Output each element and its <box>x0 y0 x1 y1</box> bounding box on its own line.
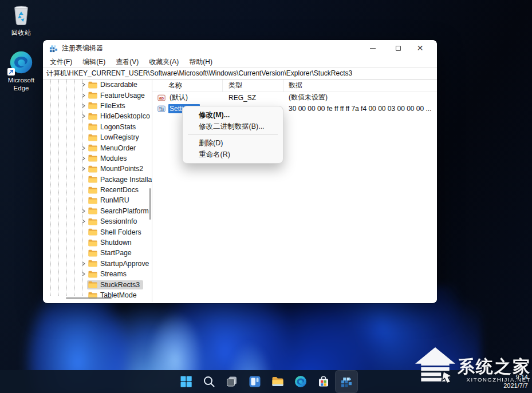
folder-icon <box>88 113 97 120</box>
menu-help[interactable]: 帮助(H) <box>184 56 218 68</box>
address-bar[interactable]: 计算机\HKEY_CURRENT_USER\Software\Microsoft… <box>43 68 437 80</box>
tree-item-label: RunMRU <box>100 196 129 204</box>
column-header-type[interactable]: 类型 <box>223 80 284 92</box>
desktop-icon-edge[interactable]: Microsoft Edge <box>0 50 42 93</box>
expand-chevron-icon[interactable] <box>80 102 87 109</box>
menu-edit[interactable]: 编辑(E) <box>77 56 111 68</box>
tree-item-searchplatform[interactable]: SearchPlatform <box>43 206 152 216</box>
tree-vertical-scrollbar[interactable] <box>149 188 151 220</box>
expand-chevron-icon[interactable] <box>80 144 87 152</box>
binary-value-icon: 011110 <box>157 105 165 113</box>
tree-item-label: HideDesktopIco <box>100 112 150 120</box>
taskbar-search-button[interactable] <box>198 370 220 393</box>
tree-item-fileexts[interactable]: FileExts <box>43 101 152 111</box>
title-bar[interactable]: 注册表编辑器 ✕ <box>43 40 437 56</box>
taskbar-start-button[interactable] <box>175 370 198 393</box>
expand-chevron-icon[interactable] <box>80 165 87 173</box>
tree-item-label: RecentDocs <box>100 186 139 194</box>
tree-item-featureusage[interactable]: FeatureUsage <box>43 90 152 100</box>
tree-item-shell-folders[interactable]: Shell Folders <box>43 227 152 237</box>
tree-item-menuorder[interactable]: MenuOrder <box>43 142 152 153</box>
folder-icon <box>88 186 97 194</box>
svg-text:ab: ab <box>159 96 164 100</box>
expand-chevron-icon[interactable] <box>80 113 87 120</box>
expand-chevron-icon[interactable] <box>80 218 87 225</box>
taskbar-edge-button[interactable] <box>289 370 312 393</box>
tree-item-label: SearchPlatform <box>100 207 149 215</box>
tree-item-label: Shell Folders <box>100 228 141 236</box>
tree-item-hidedesktopico[interactable]: HideDesktopIco <box>43 111 152 121</box>
tree-item-label: StartupApprove <box>100 260 149 268</box>
expand-chevron-icon[interactable] <box>80 154 87 162</box>
string-value-icon: ab <box>157 94 165 102</box>
tree-item-sessioninfo[interactable]: SessionInfo <box>43 216 152 227</box>
tree-item-label: LowRegistry <box>100 133 139 141</box>
value-type: REG_SZ <box>223 94 284 102</box>
tree-item-shutdown[interactable]: Shutdown <box>43 237 152 248</box>
expand-chevron-icon[interactable] <box>80 260 87 267</box>
tree-horizontal-scrollbar[interactable] <box>43 296 152 300</box>
tree-item-label: SessionInfo <box>100 217 137 225</box>
taskbar-file-explorer-button[interactable] <box>266 370 289 393</box>
modify-menu-item[interactable]: 修改(M)... <box>183 109 283 121</box>
tree-item-label: LogonStats <box>100 123 136 131</box>
registry-editor-window: 注册表编辑器 ✕ 文件(F)编辑(E)查看(V)收藏夹(A)帮助(H) 计算机\… <box>43 40 437 303</box>
xitongzhijia-house-logo <box>414 346 456 387</box>
expand-chevron-icon[interactable] <box>80 207 87 215</box>
tree-item-discardable[interactable]: Discardable <box>43 80 152 90</box>
tree-item-streams[interactable]: Streams <box>43 269 152 279</box>
tree-item-stuckrects3[interactable]: StuckRects3 <box>43 279 152 289</box>
column-header-name[interactable]: 名称 <box>152 80 223 92</box>
expand-chevron-icon[interactable] <box>80 271 87 278</box>
tree-item-logonstats[interactable]: LogonStats <box>43 122 152 132</box>
maximize-button[interactable] <box>385 40 411 56</box>
value-data: 30 00 00 00 fe ff ff ff 7a f4 00 00 03 0… <box>284 105 437 113</box>
folder-icon <box>88 281 97 288</box>
desktop-icon-recycle-bin[interactable]: 回收站 <box>0 2 42 37</box>
rename-menu-item[interactable]: 重命名(R) <box>183 149 283 160</box>
menu-file[interactable]: 文件(F) <box>45 56 77 68</box>
desktop-icon-area: 回收站 Microsoft Edge <box>0 2 42 100</box>
tree-item-mountpoints2[interactable]: MountPoints2 <box>43 164 152 174</box>
tree-item-startupapprove[interactable]: StartupApprove <box>43 259 152 269</box>
modify-binary-menu-item[interactable]: 修改二进制数据(B)... <box>183 121 283 132</box>
window-controls: ✕ <box>360 40 437 56</box>
expand-chevron-icon[interactable] <box>80 81 87 89</box>
column-header-data[interactable]: 数据 <box>284 80 437 92</box>
registry-tree-pane: DiscardableFeatureUsageFileExtsHideDeskt… <box>43 80 152 302</box>
tree-item-runmru[interactable]: RunMRU <box>43 195 152 205</box>
svg-text:110: 110 <box>159 109 164 112</box>
expand-chevron-icon[interactable] <box>80 92 87 99</box>
folder-icon <box>88 239 97 247</box>
folder-icon <box>88 228 97 236</box>
folder-icon <box>88 154 97 162</box>
tree-item-modules[interactable]: Modules <box>43 153 152 164</box>
menu-favorites[interactable]: 收藏夹(A) <box>144 56 184 68</box>
tree-item-startpage[interactable]: StartPage <box>43 248 152 258</box>
taskbar-widgets-button[interactable] <box>243 370 266 393</box>
folder-icon <box>88 207 97 215</box>
file-explorer-icon <box>271 375 285 388</box>
tree-item-recentdocs[interactable]: RecentDocs <box>43 185 152 195</box>
delete-menu-item[interactable]: 删除(D) <box>183 137 283 149</box>
watermark: 系统之家 XITONGZHIJIA.NET <box>414 346 531 387</box>
tree-item-label: StuckRects3 <box>100 281 140 289</box>
tree-item-label: StartPage <box>100 249 132 257</box>
tree-item-label: Discardable <box>100 81 137 89</box>
folder-icon <box>88 81 97 89</box>
task-view-icon <box>225 375 239 388</box>
value-name: (默认) <box>168 92 194 103</box>
taskbar-regedit-button[interactable] <box>335 370 358 393</box>
minimize-button[interactable] <box>360 40 385 56</box>
tree-item-label: Shutdown <box>100 239 132 247</box>
recycle-bin-icon <box>9 2 34 27</box>
registry-value-row[interactable]: ab(默认)REG_SZ(数值未设置) <box>152 92 437 103</box>
store-icon <box>317 375 330 388</box>
menu-view[interactable]: 查看(V) <box>111 56 144 68</box>
value-data: (数值未设置) <box>284 93 437 102</box>
tree-item-package-installa[interactable]: Package Installa <box>43 174 152 185</box>
taskbar-task-view-button[interactable] <box>220 370 243 393</box>
tree-item-lowregistry[interactable]: LowRegistry <box>43 132 152 142</box>
close-button[interactable]: ✕ <box>411 40 437 56</box>
taskbar-store-button[interactable] <box>312 370 335 393</box>
